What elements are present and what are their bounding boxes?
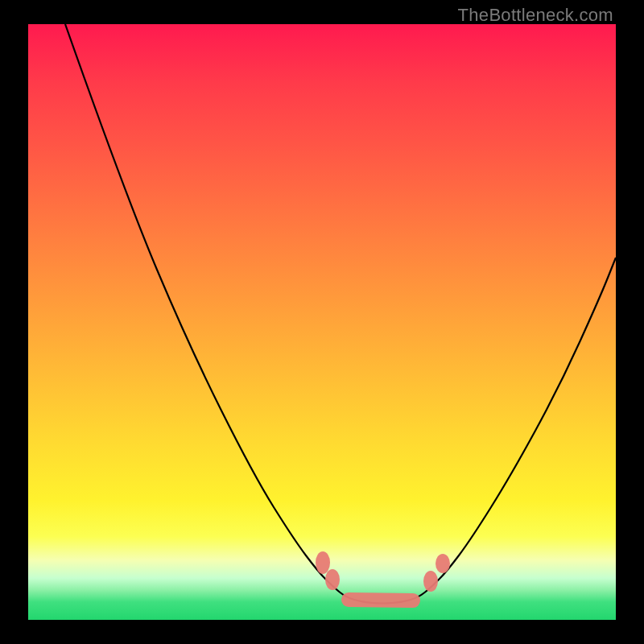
- plot-area: [28, 24, 616, 620]
- bottleneck-curve: [65, 24, 616, 604]
- markers-group: [316, 551, 450, 601]
- watermark-text: TheBottleneck.com: [458, 5, 613, 26]
- chart-frame: TheBottleneck.com: [0, 0, 644, 644]
- data-marker: [316, 551, 330, 574]
- data-marker-capsule: [349, 600, 413, 601]
- curve-svg: [28, 24, 616, 620]
- data-marker: [423, 571, 438, 592]
- data-marker: [436, 554, 450, 573]
- data-marker: [325, 569, 340, 590]
